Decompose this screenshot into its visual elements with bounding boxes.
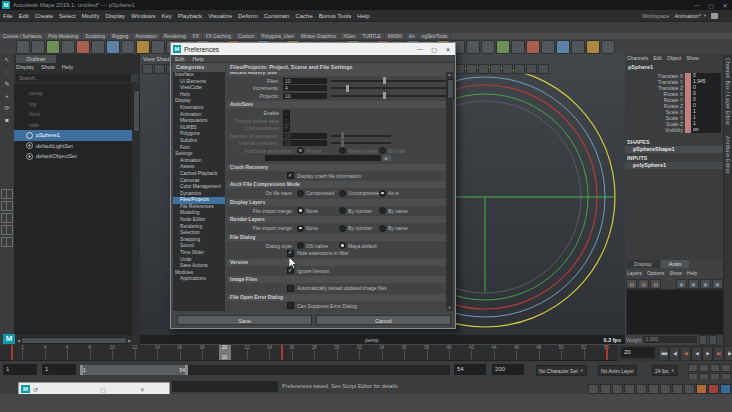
- scroll-right-icon[interactable]: ▶: [128, 338, 131, 343]
- current-frame-indicator[interactable]: 2020: [219, 345, 231, 360]
- search-input[interactable]: Search...: [16, 74, 134, 82]
- layer-visibility-button-3[interactable]: ◉: [712, 279, 723, 289]
- layer-create-button-1[interactable]: ▤: [638, 279, 649, 289]
- quick-layout-button-4[interactable]: [1, 237, 13, 247]
- checkbox[interactable]: [283, 117, 290, 124]
- layer-menu-help[interactable]: Help: [687, 270, 697, 276]
- outliner-menu-show[interactable]: Show: [41, 64, 55, 70]
- shelf-item-30[interactable]: [466, 40, 480, 54]
- viewport-toolbar-button-30[interactable]: [502, 64, 513, 74]
- outliner-item-top[interactable]: top: [14, 99, 132, 110]
- layer-create-button-2[interactable]: ▤: [650, 279, 661, 289]
- tray-button-5[interactable]: [648, 384, 659, 394]
- shelf-item-9[interactable]: [151, 40, 165, 54]
- value-field[interactable]: 10: [283, 133, 327, 139]
- play-backwards-button[interactable]: ◀: [691, 346, 702, 361]
- viewport-toolbar-button-1[interactable]: [154, 64, 165, 74]
- menu-visualize[interactable]: Visualize: [205, 13, 235, 19]
- section-header-file-open-error-dialog[interactable]: File Open Error Dialog: [227, 294, 446, 301]
- menu-playback[interactable]: Playback: [175, 13, 205, 19]
- shelf-item-2[interactable]: [46, 40, 60, 54]
- category-snapping[interactable]: Snapping: [173, 237, 225, 244]
- layer-visibility-button-1[interactable]: ◉: [688, 279, 699, 289]
- shelf-item-8[interactable]: [136, 40, 150, 54]
- tray-button-9[interactable]: [696, 384, 707, 394]
- autosave-folder-field[interactable]: [265, 155, 381, 161]
- channel-box-menu-show[interactable]: Show: [686, 55, 699, 61]
- shelf-tab-an[interactable]: An: [406, 34, 419, 39]
- category-viewcube[interactable]: ViewCube: [173, 85, 225, 92]
- playback-option-3[interactable]: [721, 364, 731, 372]
- range-slider-bar[interactable]: 1 54: [80, 365, 188, 375]
- menu-key[interactable]: Key: [158, 13, 174, 19]
- tab-attribute-editor[interactable]: Attribute Editor: [725, 136, 731, 174]
- tray-button-11[interactable]: [720, 384, 731, 394]
- radio-icon[interactable]: [297, 225, 304, 232]
- menu-help[interactable]: Help: [354, 13, 372, 19]
- animation-start-field[interactable]: 1: [3, 364, 37, 375]
- shelf-item-1[interactable]: [31, 40, 45, 54]
- paint-select-tool[interactable]: ✎: [2, 79, 13, 90]
- step-back-key-button[interactable]: |◀: [680, 346, 691, 361]
- quick-layout-button-2[interactable]: [1, 213, 13, 223]
- tray-button-6[interactable]: [660, 384, 671, 394]
- radio-icon[interactable]: [297, 207, 304, 214]
- restore-icon[interactable]: ▢: [100, 386, 106, 393]
- category-files-projects[interactable]: Files/Projects: [173, 197, 225, 204]
- radio-option-as-is[interactable]: As is: [379, 190, 419, 197]
- channel-value-field[interactable]: 1: [685, 109, 721, 115]
- channel-box-menu-channels[interactable]: Channels: [627, 55, 648, 61]
- menu-modify[interactable]: Modify: [79, 13, 103, 19]
- weight-key-button[interactable]: [709, 335, 717, 345]
- weight-field[interactable]: 1.000: [643, 336, 697, 343]
- channel-value-field[interactable]: 0: [685, 97, 721, 103]
- menu-constrain[interactable]: Constrain: [261, 13, 293, 19]
- section-header-autosave[interactable]: AutoSave: [227, 101, 446, 108]
- go-to-start-button[interactable]: |◀◀: [658, 346, 669, 361]
- category-nurbs[interactable]: NURBS: [173, 125, 225, 132]
- viewport-toolbar-button-29[interactable]: [490, 64, 501, 74]
- category-rendering[interactable]: Rendering: [173, 224, 225, 231]
- channel-value-field[interactable]: 0: [685, 85, 721, 91]
- radio-icon[interactable]: [339, 225, 346, 232]
- browse-folder-button[interactable]: ▸: [383, 155, 391, 161]
- shelf-item-37[interactable]: [571, 40, 585, 54]
- shelf-tab-rendering[interactable]: Rendering: [161, 34, 190, 39]
- scale-tool[interactable]: ■: [2, 115, 13, 126]
- channel-value-field[interactable]: 0: [685, 91, 721, 97]
- radio-option-by-name[interactable]: By name: [379, 225, 419, 232]
- category-file-references[interactable]: File References: [173, 204, 225, 211]
- section-header-display-layers[interactable]: Display Layers: [227, 199, 446, 206]
- slider[interactable]: [331, 142, 391, 144]
- outliner-item-defaultLightSet[interactable]: defaultLightSet: [14, 141, 132, 152]
- category-display[interactable]: Display: [173, 98, 225, 105]
- quick-layout-button-0[interactable]: [1, 189, 13, 199]
- category-undo[interactable]: Undo: [173, 257, 225, 264]
- checkbox[interactable]: [287, 302, 294, 309]
- category-node-editor[interactable]: Node Editor: [173, 217, 225, 224]
- rotate-tool[interactable]: ⟳: [2, 103, 13, 114]
- outliner-menu-display[interactable]: Display: [16, 64, 34, 70]
- lasso-tool[interactable]: ◌: [2, 67, 13, 78]
- radio-icon[interactable]: [339, 190, 346, 197]
- category-manipulators[interactable]: Manipulators: [173, 118, 225, 125]
- radio-option-none[interactable]: None: [297, 225, 339, 232]
- radio-icon[interactable]: [297, 190, 304, 197]
- anim-layer-dropdown[interactable]: No Anim Layer: [598, 365, 637, 376]
- radio-icon[interactable]: [379, 190, 386, 197]
- time-slider[interactable]: 2468101214161822242628303234363840424446…: [0, 345, 618, 361]
- step-forward-frame-button[interactable]: |▶: [724, 346, 732, 361]
- shelf-tab-poly-modeling[interactable]: Poly Modeling: [45, 34, 82, 39]
- workspace-selector[interactable]: Workspace : Animation* ▼: [642, 10, 718, 21]
- shelf-item-39[interactable]: [601, 40, 615, 54]
- section-header-render-layers[interactable]: Render Layers: [227, 216, 446, 223]
- outliner-horizontal-scrollbar[interactable]: ◀ ▶: [16, 337, 132, 344]
- dialog-close-button[interactable]: ✕: [441, 46, 455, 53]
- checkbox[interactable]: [287, 250, 294, 257]
- category-dynamics[interactable]: Dynamics: [173, 191, 225, 198]
- tab-display-layers[interactable]: Display: [626, 260, 660, 268]
- tab-anim-layers[interactable]: Anim: [661, 260, 689, 268]
- category-animation[interactable]: Animation: [173, 112, 225, 119]
- radio-option-compressed[interactable]: Compressed: [297, 190, 339, 197]
- slider[interactable]: [331, 135, 391, 137]
